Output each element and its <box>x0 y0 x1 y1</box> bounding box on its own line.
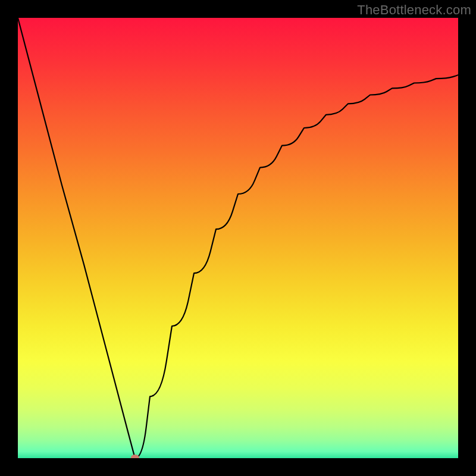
chart-frame: TheBottleneck.com <box>0 0 476 476</box>
watermark-text: TheBottleneck.com <box>357 2 471 18</box>
plot-area <box>18 18 458 458</box>
bottleneck-curve <box>18 18 458 458</box>
minimum-marker <box>131 455 139 458</box>
